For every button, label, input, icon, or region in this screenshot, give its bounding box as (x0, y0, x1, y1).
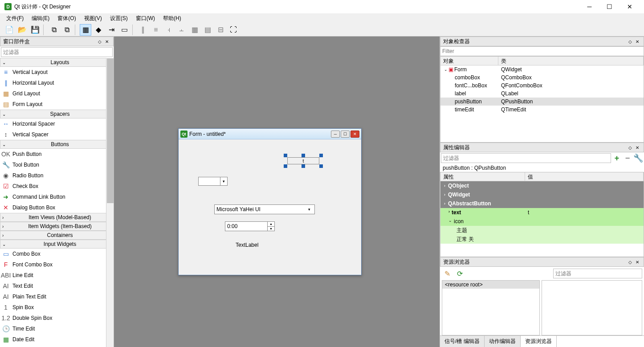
widget-group-header[interactable]: ⌄Spacers (0, 110, 114, 118)
widget-item[interactable]: ∥Horizontal Layout (0, 78, 114, 88)
form-close-button[interactable]: ✕ (351, 131, 359, 138)
property-category[interactable]: ›QAbstractButton (440, 199, 644, 208)
edit-resource-button[interactable]: ✎ (442, 269, 452, 278)
form-minimize-button[interactable]: ─ (331, 131, 340, 138)
dock-close-icon[interactable]: ✕ (103, 38, 110, 45)
reload-resource-button[interactable]: ⟳ (454, 269, 465, 278)
widget-item[interactable]: ▦Grid Layout (0, 88, 114, 99)
object-inspector-tree[interactable]: 对象 类 ⌄▣FormQWidgetcomboBoxQComboBoxfontC… (440, 56, 644, 143)
menu-item[interactable]: 窗口(W) (132, 14, 159, 23)
widget-item[interactable]: 1.2Double Spin Box (0, 313, 114, 323)
widget-item[interactable]: ↔Horizontal Spacer (0, 118, 114, 129)
menu-item[interactable]: 帮助(H) (159, 14, 185, 23)
inspector-row[interactable]: ⌄▣FormQWidget (440, 65, 644, 73)
widget-item[interactable]: ☑Check Box (0, 181, 114, 192)
combo-box-widget[interactable]: ▾ (198, 177, 228, 186)
adjust-size-button[interactable]: ⛶ (228, 24, 239, 36)
form-window[interactable]: Qt Form - untitled* ─ ☐ ✕ t ▾ (178, 128, 362, 275)
menu-item[interactable]: 设置(S) (106, 14, 131, 23)
widget-item[interactable]: ▤Form Layout (0, 99, 114, 110)
widget-item[interactable]: AIPlain Text Edit (0, 291, 114, 302)
save-file-button[interactable]: 💾 (29, 24, 41, 36)
widget-item[interactable]: 1Spin Box (0, 302, 114, 313)
bottom-tab[interactable]: 资源浏览器 (521, 336, 557, 347)
widget-box-tree[interactable]: ⌄Layouts≡Vertical Layout∥Horizontal Layo… (0, 58, 114, 347)
edit-signals-button[interactable]: ◆ (93, 24, 104, 36)
property-grid[interactable]: 属性 值 ›QObject›QWidget›QAbstractButton›te… (440, 172, 644, 257)
widget-group-header[interactable]: ⌄Layouts (0, 58, 114, 67)
widget-group-header[interactable]: ›Item Widgets (Item-Based) (0, 222, 114, 231)
menu-item[interactable]: 视图(V) (81, 14, 106, 23)
inspector-row[interactable]: pushButtonQPushButton (440, 98, 644, 106)
layout-h-button[interactable]: ∥ (137, 24, 149, 36)
inspector-row[interactable]: timeEditQTimeEdit (440, 106, 644, 114)
widget-item[interactable]: OKPush Button (0, 149, 114, 159)
widget-item[interactable]: 🕒Time Edit (0, 323, 114, 334)
property-row[interactable]: 正常 关 (440, 235, 644, 244)
resource-view[interactable] (542, 280, 642, 335)
inspector-row[interactable]: labelQLabel (440, 90, 644, 98)
layout-hsplit-button[interactable]: ⫞ (163, 24, 175, 36)
menu-item[interactable]: 窗体(O) (54, 14, 79, 23)
new-file-button[interactable]: 📄 (4, 24, 15, 36)
send-back-button[interactable]: ⧉ (48, 24, 60, 36)
widget-item[interactable]: ➜Command Link Button (0, 192, 114, 202)
widget-group-header[interactable]: ⌄Buttons (0, 140, 114, 149)
resource-filter[interactable] (553, 269, 642, 278)
maximize-button[interactable]: ☐ (599, 0, 620, 13)
layout-v-button[interactable]: ≡ (150, 24, 162, 36)
edit-tab-order-button[interactable]: ▭ (118, 24, 130, 36)
form-canvas[interactable]: Qt Form - untitled* ─ ☐ ✕ t ▾ (114, 37, 440, 347)
widget-group-header[interactable]: ⌄Input Widgets (0, 240, 114, 249)
spin-up-icon[interactable]: ▲ (268, 222, 274, 227)
widget-item[interactable]: ▭Combo Box (0, 249, 114, 259)
property-row[interactable]: 主题 (440, 226, 644, 235)
property-filter[interactable] (441, 153, 611, 163)
form-titlebar[interactable]: Qt Form - untitled* ─ ☐ ✕ (179, 129, 361, 139)
bottom-tab[interactable]: 动作编辑器 (485, 336, 521, 347)
widget-item[interactable]: ≡Vertical Layout (0, 67, 114, 78)
dock-float-icon[interactable]: ◇ (96, 38, 103, 45)
remove-property-button[interactable]: − (623, 153, 632, 163)
inspector-row[interactable]: comboBoxQComboBox (440, 73, 644, 82)
widget-item[interactable]: 🔧Tool Button (0, 159, 114, 170)
dock-close-icon[interactable]: ✕ (634, 38, 641, 45)
widget-item[interactable]: ▦Date Edit (0, 334, 114, 345)
bring-front-button[interactable]: ⧉ (61, 24, 73, 36)
break-layout-button[interactable]: ⊟ (215, 24, 226, 36)
edit-widgets-button[interactable]: ▦ (80, 24, 91, 36)
widget-item[interactable]: ◉Radio Button (0, 170, 114, 181)
push-button-selected[interactable]: t (285, 155, 321, 166)
close-button[interactable]: ✕ (620, 0, 640, 13)
widget-item[interactable]: ✕Dialog Button Box (0, 202, 114, 213)
widget-box-filter[interactable] (1, 47, 113, 57)
layout-vsplit-button[interactable]: ⫠ (176, 24, 187, 36)
dock-float-icon[interactable]: ◇ (627, 144, 634, 151)
dock-float-icon[interactable]: ◇ (627, 258, 634, 265)
widget-group-header[interactable]: ›Containers (0, 231, 114, 240)
property-row[interactable]: ⌄icon (440, 217, 644, 226)
font-combo-widget[interactable]: Microsoft YaHei UI ▾ (214, 204, 315, 214)
property-category[interactable]: ›QObject (440, 181, 644, 190)
text-label-widget[interactable]: TextLabel (236, 242, 258, 248)
resource-tree[interactable]: <resource root> (442, 280, 540, 335)
property-category[interactable]: ›QWidget (440, 190, 644, 199)
dock-close-icon[interactable]: ✕ (634, 258, 641, 265)
dock-close-icon[interactable]: ✕ (634, 144, 641, 151)
form-body[interactable]: t ▾ Microsoft YaHei UI ▾ 0:00 ▲ ▼ TextLa… (179, 139, 361, 275)
inspector-filter[interactable] (440, 46, 644, 56)
form-maximize-button[interactable]: ☐ (341, 131, 350, 138)
add-property-button[interactable]: + (612, 153, 622, 163)
resource-root-item[interactable]: <resource root> (442, 281, 539, 289)
open-file-button[interactable]: 📂 (16, 24, 28, 36)
edit-buddies-button[interactable]: ⇥ (106, 24, 117, 36)
time-edit-widget[interactable]: 0:00 ▲ ▼ (225, 221, 275, 231)
spin-down-icon[interactable]: ▼ (268, 227, 274, 231)
widget-item[interactable]: FFont Combo Box (0, 259, 114, 270)
menu-item[interactable]: 编辑(E) (28, 14, 53, 23)
property-row[interactable]: ›textt (440, 208, 644, 217)
minimize-button[interactable]: ─ (579, 0, 599, 13)
dock-float-icon[interactable]: ◇ (627, 38, 634, 45)
layout-form-button[interactable]: ▤ (202, 24, 213, 36)
bottom-tab[interactable]: 信号/槽 编辑器 (440, 336, 485, 347)
